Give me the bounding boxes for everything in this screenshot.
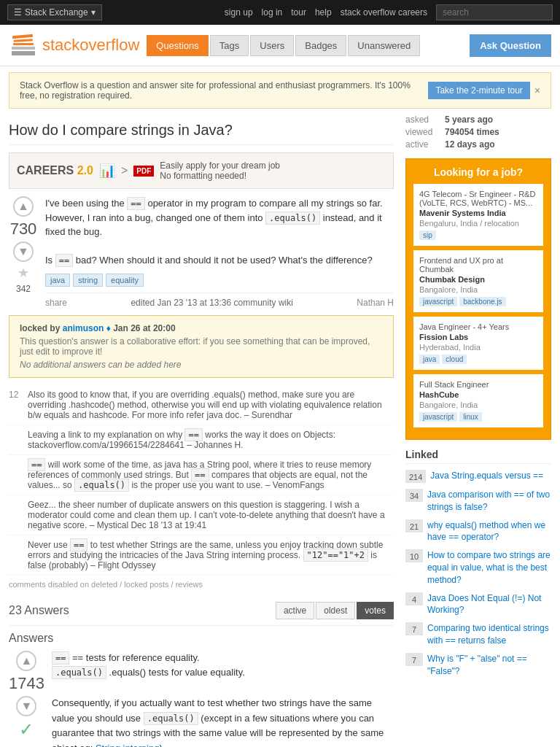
answer-code-equals: .equals() — [52, 666, 106, 679]
locked-subtitle: This question's answer is a collaborativ… — [20, 336, 383, 357]
question-tags: java string equality — [45, 274, 394, 287]
asked-stat: asked 5 years ago — [405, 115, 551, 125]
share-link[interactable]: share — [45, 298, 67, 308]
job-tag-3-1[interactable]: linux — [459, 412, 482, 422]
downvote-button[interactable]: ▼ — [13, 241, 34, 262]
sort-oldest[interactable]: oldest — [316, 602, 355, 619]
linked-item-4: 4 Java Does Not Equal (!=) Not Working? — [405, 592, 551, 617]
code-eq4: == — [28, 458, 45, 471]
so-careers-link[interactable]: stack overflow careers — [341, 7, 427, 18]
so-logo-icon — [9, 31, 38, 60]
answer-block: ▲ 1743 ▼ ✓ == == tests for reference equ… — [9, 651, 394, 748]
tab-questions[interactable]: Questions — [147, 35, 209, 56]
search-input[interactable] — [436, 4, 553, 20]
comments-section: 12 Also its good to know that, if you ar… — [9, 385, 394, 589]
job-tag-2-1[interactable]: cloud — [442, 355, 467, 364]
asked-value: 5 years ago — [445, 115, 493, 125]
active-value: 12 days ago — [445, 139, 495, 150]
question-block: ▲ 730 ▼ ★ 342 I've been using the == ope… — [9, 196, 394, 308]
job-listing-1: Frontend and UX pro at Chumbak Chumbak D… — [413, 250, 543, 312]
help-link[interactable]: help — [315, 7, 332, 18]
diamond-icon: ♦ — [106, 323, 111, 333]
linked-link-2[interactable]: why equals() method when we have == oper… — [427, 519, 551, 544]
count-number: 23 — [9, 604, 22, 616]
linked-link-5[interactable]: Comparing two identical strings with == … — [427, 622, 551, 647]
linked-item-5: 7 Comparing two identical strings with =… — [405, 622, 551, 647]
job-tag-3-0[interactable]: javascript — [419, 412, 457, 422]
topbar-links: sign up log in tour help stack overflow … — [225, 4, 553, 20]
tour-link[interactable]: tour — [291, 7, 306, 18]
linked-item-1: 34 Java comparison with == of two string… — [405, 489, 551, 514]
tag-java[interactable]: java — [45, 274, 70, 287]
comment-num-5 — [9, 540, 23, 570]
question-body: I've been using the == operator in my pr… — [45, 196, 394, 268]
tab-users[interactable]: Users — [250, 35, 294, 56]
linked-link-1[interactable]: Java comparison with == of two strings i… — [427, 489, 551, 514]
comment-num-2 — [9, 430, 23, 450]
comment-author-4[interactable]: Mystical — [97, 520, 128, 530]
top-bar: ☰ Stack Exchange ▾ sign up log in tour h… — [0, 0, 560, 25]
linked-link-0[interactable]: Java String.equals versus == — [430, 470, 543, 483]
sort-active[interactable]: active — [276, 602, 314, 619]
favorite-button[interactable]: ★ — [18, 265, 29, 281]
answer-downvote-button[interactable]: ▼ — [16, 696, 36, 716]
asked-label: asked — [405, 115, 440, 125]
login-link[interactable]: log in — [262, 7, 283, 18]
arrow-icon: > — [121, 164, 128, 177]
careers-logo: CAREERS 2.0 — [17, 164, 93, 177]
ask-question-button[interactable]: Ask Question — [470, 34, 551, 57]
job-listing-3: Full Stack Engineer HashCube Bangalore, … — [413, 374, 543, 427]
answer-content: == == tests for reference equality. .equ… — [52, 651, 394, 748]
job-company-0: Mavenir Systems India — [419, 209, 537, 217]
editor-link[interactable]: Nathan H — [357, 298, 394, 308]
comment-author-5[interactable]: Flight Odyssey — [98, 560, 155, 570]
answer-upvote-button[interactable]: ▲ — [16, 651, 36, 671]
tag-equality[interactable]: equality — [106, 274, 144, 287]
linked-section: Linked 214 Java String.equals versus == … — [405, 449, 551, 677]
answer-line1: == tests for reference equality. — [72, 652, 200, 663]
edited-user: Nathan H — [357, 298, 394, 308]
signup-link[interactable]: sign up — [225, 7, 253, 18]
svg-rect-2 — [12, 34, 33, 39]
job-tag-2-0[interactable]: java — [419, 355, 440, 364]
upvote-button[interactable]: ▲ — [13, 196, 34, 217]
tab-badges[interactable]: Badges — [295, 35, 346, 56]
job-title-3: Full Stack Engineer — [419, 380, 537, 389]
code-example: "12"=="1"+2 — [303, 549, 368, 562]
tag-string[interactable]: string — [73, 274, 103, 287]
job-tag-0-0[interactable]: sip — [419, 231, 436, 240]
job-tag-1-1[interactable]: backbone.js — [459, 297, 505, 306]
linked-count-3: 10 — [405, 549, 423, 562]
viewed-stat: viewed 794054 times — [405, 127, 551, 137]
comment-3: == will work some of the time, as java h… — [9, 455, 394, 495]
comment-num-3 — [9, 460, 23, 490]
locked-by-user[interactable]: animuson — [63, 323, 104, 333]
comment-1: 12 Also its good to know that, if you ar… — [9, 385, 394, 425]
tab-tags[interactable]: Tags — [210, 35, 249, 56]
close-banner-button[interactable]: × — [534, 85, 540, 96]
comment-link-2[interactable]: stackoverflow.com/a/19966154/2284641 — [28, 440, 184, 450]
job-location-0: Bengaluru, India / relocation — [419, 219, 537, 228]
so-logo[interactable]: stackoverflow — [9, 31, 139, 60]
answers-label: Answers — [9, 632, 394, 645]
take-tour-button[interactable]: Take the 2-minute tour — [428, 82, 529, 99]
comment-5: Never use == to test whether Strings are… — [9, 535, 394, 576]
comment-author-1[interactable]: Surendhar — [252, 410, 292, 420]
so-header: stackoverflow Questions Tags Users Badge… — [0, 25, 560, 66]
stackexchange-button[interactable]: ☰ Stack Exchange ▾ — [7, 4, 102, 20]
svg-rect-1 — [12, 51, 35, 55]
comment-body-5: Never use == to test whether Strings are… — [28, 540, 394, 570]
linked-link-6[interactable]: Why is "F" + "alse" not == "False"? — [427, 653, 551, 678]
job-title-1: Frontend and UX pro at Chumbak — [419, 256, 537, 274]
string-interning-link[interactable]: String interning — [96, 743, 159, 747]
comment-author-2: – Johannes H. — [187, 440, 243, 450]
linked-link-4[interactable]: Java Does Not Equal (!=) Not Working? — [427, 592, 551, 617]
tab-unanswered[interactable]: Unanswered — [348, 35, 420, 56]
main-content: How do I compare strings in Java? CAREER… — [0, 115, 560, 747]
linked-count-5: 7 — [405, 622, 423, 635]
job-tag-1-0[interactable]: javascript — [419, 297, 457, 306]
comment-author-3[interactable]: VenomFangs — [273, 480, 324, 490]
question-footer: share edited Jan 23 '13 at 13:36 communi… — [45, 293, 394, 308]
sort-votes[interactable]: votes — [357, 602, 394, 619]
linked-link-3[interactable]: How to compare two strings are equal in … — [427, 549, 551, 586]
